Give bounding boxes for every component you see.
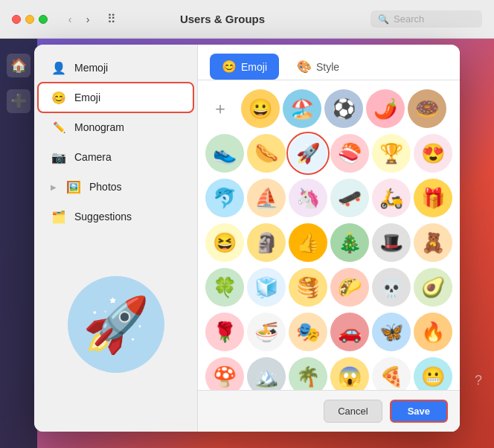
- camera-label: Camera: [74, 151, 112, 163]
- emoji-cell-5-3[interactable]: 🚗: [330, 313, 369, 351]
- suggestions-icon: 🗂️: [51, 208, 67, 225]
- emoji-cell-3-4[interactable]: 🎩: [372, 223, 411, 262]
- emoji-cell-4-2[interactable]: 🥞: [289, 268, 327, 307]
- avatar: 🚀: [68, 276, 164, 373]
- emoji-cell-5-2[interactable]: 🎭: [289, 313, 327, 351]
- tab-bar: 😊 Emoji 🎨 Style: [198, 45, 460, 80]
- photos-chevron-icon: ▶: [51, 183, 57, 191]
- emoji-row-2: 🐬 ⛵ 🦄 🛹 🛵 🎁: [204, 177, 454, 219]
- emoji-row-4: 🍀 🧊 🥞 🌮 💀 🥑: [204, 266, 454, 308]
- back-arrow[interactable]: ‹: [62, 12, 77, 27]
- emoji-cell-6-5[interactable]: 😬: [414, 357, 452, 390]
- minimize-button[interactable]: [25, 15, 34, 24]
- memoji-icon: 👤: [51, 60, 67, 76]
- emoji-cell-0-0[interactable]: 😀: [241, 89, 280, 128]
- emoji-row-1: 👟 🌭 🚀 🍣 🏆 😍: [204, 132, 454, 174]
- tab-emoji-icon: 😊: [222, 60, 237, 74]
- traffic-lights: [12, 15, 48, 24]
- emoji-cell-0-2[interactable]: ⚽: [324, 89, 363, 128]
- sidebar-item-monogram[interactable]: ✏️ Monogram: [39, 113, 193, 141]
- emoji-cell-1-4[interactable]: 🏆: [372, 134, 411, 173]
- emoji-cell-3-0[interactable]: 😆: [205, 223, 244, 262]
- emoji-cell-4-0[interactable]: 🍀: [205, 268, 244, 307]
- emoji-cell-2-5[interactable]: 🎁: [414, 179, 452, 217]
- emoji-cell-2-4[interactable]: 🛵: [372, 179, 411, 217]
- close-button[interactable]: [12, 15, 21, 24]
- emoji-label: Emoji: [74, 92, 100, 103]
- save-button[interactable]: Save: [390, 400, 448, 423]
- modal-footer: Cancel Save: [198, 390, 460, 432]
- emoji-row-6: 🍄 🏔️ 🌴 😱 🍕 😬: [204, 356, 454, 390]
- emoji-cell-4-1[interactable]: 🧊: [247, 268, 286, 307]
- sidebar-item-photos[interactable]: ▶ 🖼️ Photos: [39, 173, 193, 201]
- emoji-cell-2-3[interactable]: 🛹: [330, 179, 369, 217]
- emoji-cell-6-3[interactable]: 😱: [330, 357, 369, 390]
- maximize-button[interactable]: [39, 15, 48, 24]
- suggestions-label: Suggestions: [74, 211, 132, 223]
- tab-emoji[interactable]: 😊 Emoji: [210, 54, 279, 80]
- monogram-label: Monogram: [74, 121, 124, 133]
- tab-style[interactable]: 🎨 Style: [285, 54, 351, 80]
- cancel-button[interactable]: Cancel: [324, 400, 382, 423]
- emoji-cell-4-5[interactable]: 🥑: [414, 268, 452, 307]
- emoji-cell-0-1[interactable]: 🏖️: [283, 89, 321, 128]
- add-emoji-button[interactable]: ＋: [204, 92, 237, 125]
- emoji-cell-5-0[interactable]: 🌹: [205, 313, 244, 351]
- emoji-row-3: 😆 🗿 👍 🎄 🎩 🧸: [204, 222, 454, 263]
- emoji-cell-3-3[interactable]: 🎄: [330, 223, 369, 262]
- left-panel: 👤 Memoji 😊 Emoji ✏️ Monogram 📷 Camera ▶ …: [34, 45, 198, 432]
- emoji-cell-0-3[interactable]: 🌶️: [366, 89, 405, 128]
- emoji-cell-3-5[interactable]: 🧸: [414, 223, 452, 262]
- emoji-row-0: ＋ 😀 🏖️ ⚽ 🌶️ 🍩: [204, 88, 454, 129]
- emoji-cell-1-1[interactable]: 🌭: [247, 134, 286, 173]
- emoji-cell-6-4[interactable]: 🍕: [372, 357, 411, 390]
- sidebar-item-memoji[interactable]: 👤 Memoji: [39, 54, 193, 82]
- bg-sidebar: 🏠 ➕: [0, 39, 37, 448]
- sidebar-item-emoji[interactable]: 😊 Emoji: [39, 83, 193, 112]
- right-panel: 😊 Emoji 🎨 Style ＋ 😀 🏖️ ⚽ 🌶️ 🍩 👟 �: [198, 45, 460, 432]
- emoji-cell-5-1[interactable]: 🍜: [247, 313, 286, 351]
- bg-sidebar-icon-2: ➕: [7, 89, 31, 113]
- photos-icon: 🖼️: [65, 179, 82, 195]
- tab-style-label: Style: [316, 61, 339, 73]
- emoji-cell-5-5[interactable]: 🔥: [414, 313, 452, 351]
- emoji-cell-4-3[interactable]: 🌮: [330, 268, 369, 307]
- emoji-cell-2-0[interactable]: 🐬: [205, 179, 244, 217]
- emoji-cell-6-2[interactable]: 🌴: [289, 357, 327, 390]
- emoji-cell-1-3[interactable]: 🍣: [330, 134, 369, 173]
- help-icon[interactable]: ?: [475, 373, 482, 388]
- search-placeholder: Search: [394, 13, 424, 25]
- emoji-cell-1-5[interactable]: 😍: [414, 134, 452, 173]
- emoji-cell-3-2[interactable]: 👍: [289, 223, 327, 262]
- search-bar[interactable]: 🔍 Search: [370, 10, 482, 28]
- sidebar-item-suggestions[interactable]: 🗂️ Suggestions: [39, 202, 193, 231]
- emoji-cell-3-1[interactable]: 🗿: [247, 223, 286, 262]
- avatar-area: 🚀: [34, 232, 197, 432]
- emoji-icon: 😊: [51, 89, 67, 106]
- emoji-cell-0-4[interactable]: 🍩: [408, 89, 446, 128]
- emoji-cell-2-2[interactable]: 🦄: [289, 179, 327, 217]
- window-title: Users & Groups: [83, 13, 362, 25]
- memoji-label: Memoji: [74, 62, 108, 74]
- emoji-cell-2-1[interactable]: ⛵: [247, 179, 286, 217]
- emoji-cell-1-2[interactable]: 🚀: [289, 134, 327, 173]
- emoji-grid: ＋ 😀 🏖️ ⚽ 🌶️ 🍩 👟 🌭 🚀 🍣 🏆 😍 🐬 ⛵ 🦄: [198, 80, 460, 390]
- camera-icon: 📷: [51, 149, 67, 165]
- bg-sidebar-icon-1: 🏠: [7, 54, 31, 77]
- emoji-cell-5-4[interactable]: 🦋: [372, 313, 411, 351]
- emoji-cell-6-1[interactable]: 🏔️: [247, 357, 286, 390]
- search-icon: 🔍: [378, 14, 389, 25]
- emoji-cell-6-0[interactable]: 🍄: [205, 357, 244, 390]
- title-bar: ‹ › ⠿ Users & Groups 🔍 Search: [0, 0, 494, 39]
- tab-style-icon: 🎨: [297, 60, 312, 74]
- photos-label: Photos: [89, 181, 122, 193]
- emoji-cell-4-4[interactable]: 💀: [372, 268, 411, 307]
- emoji-picker-modal: 👤 Memoji 😊 Emoji ✏️ Monogram 📷 Camera ▶ …: [34, 45, 460, 432]
- monogram-icon: ✏️: [51, 119, 67, 135]
- tab-emoji-label: Emoji: [241, 61, 267, 73]
- emoji-row-5: 🌹 🍜 🎭 🚗 🦋 🔥: [204, 311, 454, 353]
- emoji-cell-1-0[interactable]: 👟: [205, 134, 244, 173]
- sidebar-item-camera[interactable]: 📷 Camera: [39, 143, 193, 171]
